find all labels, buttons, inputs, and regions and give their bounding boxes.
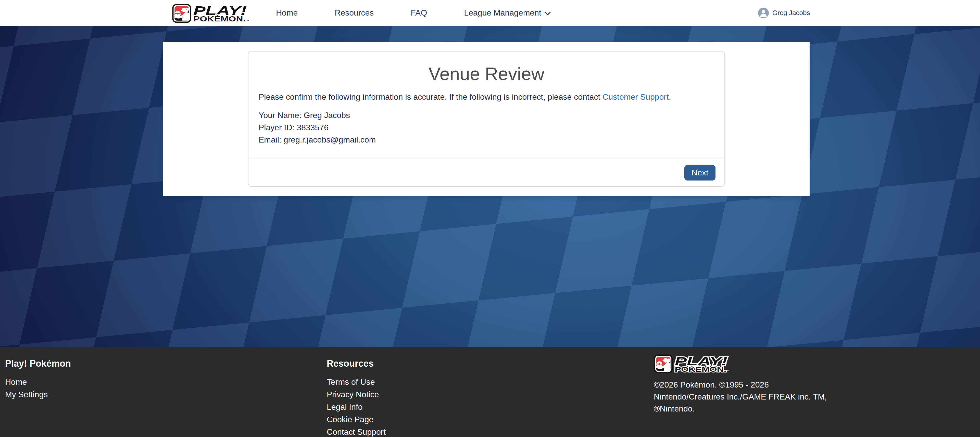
footer-link-privacy-notice[interactable]: Privacy Notice <box>327 388 379 401</box>
user-menu[interactable]: Greg Jacobs <box>758 0 810 26</box>
nav-item-league-management[interactable]: League Management <box>464 8 551 17</box>
footer-link-legal-info[interactable]: Legal Info <box>327 401 363 413</box>
content-wrapper: Venue Review Please confirm the followin… <box>163 42 810 196</box>
footer-column-legal: PLAY! POKÉMON. ™ ©2026 Pokémon. ©1995 - … <box>654 347 980 415</box>
player-id-line: Player ID: 3833576 <box>259 123 329 132</box>
svg-text:POKÉMON.: POKÉMON. <box>193 14 246 23</box>
footer-link-contact-support[interactable]: Contact Support <box>327 426 386 437</box>
user-avatar-icon <box>758 8 769 18</box>
venue-review-card: Venue Review Please confirm the followin… <box>248 51 725 187</box>
footer-heading-resources: Resources <box>327 358 654 369</box>
top-nav: PLAY! POKÉMON. ™ Home Resources FAQ Leag… <box>0 0 980 26</box>
email-line: Email: greg.r.jacobs@gmail.com <box>259 135 376 144</box>
venue-review-card-body: Venue Review Please confirm the followin… <box>248 51 724 159</box>
footer-column-resources: Resources Terms of Use Privacy Notice Le… <box>327 347 654 437</box>
play-pokemon-logo-icon: PLAY! POKÉMON. ™ <box>172 4 249 23</box>
footer-link-terms-of-use[interactable]: Terms of Use <box>327 376 375 388</box>
footer: Play! Pokémon Home My Settings Resources… <box>0 347 980 437</box>
background-pattern: Venue Review Please confirm the followin… <box>0 26 980 347</box>
confirmation-instructions: Please confirm the following information… <box>259 92 714 102</box>
chevron-down-icon <box>544 11 551 16</box>
nav-item-resources[interactable]: Resources <box>335 8 374 17</box>
user-name: Greg Jacobs <box>772 9 810 17</box>
svg-text:™: ™ <box>246 19 249 22</box>
next-button[interactable]: Next <box>684 165 716 181</box>
svg-text:POKÉMON.: POKÉMON. <box>675 365 727 373</box>
instructions-text: Please confirm the following information… <box>259 92 603 102</box>
customer-support-link[interactable]: Customer Support <box>603 92 669 102</box>
venue-review-card-footer: Next <box>248 159 724 186</box>
footer-column-play-pokemon: Play! Pokémon Home My Settings <box>0 347 327 401</box>
nav-item-league-management-label: League Management <box>464 8 541 17</box>
play-pokemon-logo[interactable]: PLAY! POKÉMON. ™ <box>172 4 249 23</box>
footer-link-my-settings[interactable]: My Settings <box>5 388 48 401</box>
your-name-line: Your Name: Greg Jacobs <box>259 111 350 120</box>
footer-heading-play-pokemon: Play! Pokémon <box>5 358 327 369</box>
player-info: Your Name: Greg Jacobs Player ID: 383357… <box>259 109 714 146</box>
primary-navigation: Home Resources FAQ League Management <box>276 0 551 26</box>
nav-item-home[interactable]: Home <box>276 8 298 17</box>
nav-item-faq[interactable]: FAQ <box>410 8 427 17</box>
footer-link-home[interactable]: Home <box>5 376 27 388</box>
page: PLAY! POKÉMON. ™ Home Resources FAQ Leag… <box>0 0 980 437</box>
page-title: Venue Review <box>259 63 714 86</box>
copyright-text: ©2026 Pokémon. ©1995 - 2026 Nintendo/Cre… <box>654 379 832 415</box>
svg-text:™: ™ <box>727 370 730 373</box>
footer-link-cookie-page[interactable]: Cookie Page <box>327 413 374 426</box>
footer-play-pokemon-logo-icon: PLAY! POKÉMON. ™ <box>654 354 730 373</box>
instructions-period: . <box>669 92 671 102</box>
